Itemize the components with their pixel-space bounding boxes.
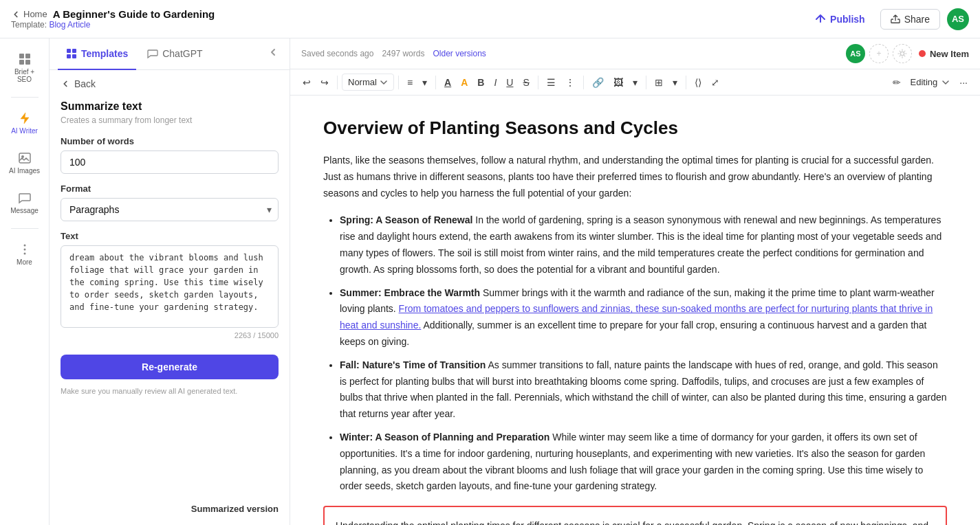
editor-meta: Saved seconds ago 2497 words Older versi… — [301, 49, 486, 58]
image-insert-button[interactable]: 🖼 — [609, 74, 627, 91]
doc-intro: Plants, like the seasons themselves, fol… — [323, 153, 947, 201]
table-button[interactable]: ⊞ — [651, 74, 667, 91]
svg-rect-0 — [19, 54, 24, 58]
back-button[interactable]: Back — [50, 70, 290, 98]
words-group: Number of words — [61, 136, 279, 174]
svg-point-13 — [900, 52, 904, 55]
svg-rect-3 — [25, 60, 30, 65]
svg-rect-9 — [67, 49, 71, 53]
format-select[interactable]: Paragraphs Bullet Points Numbered List — [61, 198, 279, 221]
settings-icon — [897, 49, 907, 58]
strikethrough-button[interactable]: S — [519, 74, 533, 91]
ai-disclaimer: Make sure you manually review all AI gen… — [61, 386, 279, 396]
bullet-spring: Spring: A Season of Renewal In the world… — [340, 212, 947, 278]
toolbar-divider-2 — [398, 76, 399, 89]
back-home-link[interactable]: Home — [11, 9, 47, 19]
summarized-box: Understanding the optimal planting times… — [323, 506, 947, 525]
bullet-summer: Summer: Embrace the Warmth Summer brings… — [340, 285, 947, 350]
topbar-right: Publish Share AS — [807, 8, 969, 30]
char-count: 2263 / 15000 — [61, 331, 279, 339]
words-label: Number of words — [61, 136, 279, 146]
sidebar-divider-1 — [11, 97, 39, 98]
image-icon — [18, 151, 32, 165]
svg-point-8 — [23, 253, 25, 255]
numbered-list-button[interactable]: ⋮ — [561, 74, 579, 91]
svg-rect-12 — [72, 54, 76, 58]
template-link[interactable]: Blog Article — [49, 20, 90, 30]
toolbar-divider-7 — [686, 76, 686, 89]
saved-status: Saved seconds ago — [301, 49, 373, 58]
publish-button[interactable]: Publish — [807, 10, 873, 29]
editor-avatar-ghost-1: + — [869, 44, 889, 63]
bullet-spring-label: Spring: A Season of Renewal — [340, 214, 472, 225]
italic-button[interactable]: I — [490, 74, 501, 91]
sidebar-label-message: Message — [10, 207, 39, 214]
editor-avatar-ghost-2 — [893, 44, 912, 63]
words-input[interactable] — [61, 150, 279, 174]
sidebar-item-ai-images[interactable]: AI Images — [4, 146, 45, 180]
sidebar-label-more: More — [17, 258, 32, 266]
share-icon — [891, 14, 900, 24]
highlight-button[interactable]: A — [457, 74, 472, 91]
older-versions-link[interactable]: Older versions — [433, 49, 486, 58]
summarized-version-label: Summarized version — [61, 498, 279, 520]
ai-tools-button[interactable]: ⟨⟩ — [690, 74, 706, 91]
expand-button[interactable]: ⤢ — [707, 74, 723, 91]
bullet-fall: Fall: Nature's Time of Transition As sum… — [340, 357, 947, 423]
underline-button[interactable]: U — [502, 74, 517, 91]
panel-tabs: Templates ChatGPT — [50, 38, 290, 70]
bullet-winter-label: Winter: A Season of Planning and Prepara… — [340, 432, 549, 443]
sidebar-item-more[interactable]: More — [4, 237, 45, 271]
doc-bullet-list: Spring: A Season of Renewal In the world… — [323, 212, 947, 495]
redo-button[interactable]: ↪ — [316, 74, 333, 91]
tab-templates[interactable]: Templates — [58, 38, 136, 70]
lightning-icon — [18, 111, 32, 125]
summarized-version-label-container: Summarized version — [50, 493, 290, 525]
dots-icon — [18, 243, 32, 256]
sidebar-divider-2 — [11, 228, 39, 229]
back-arrow-icon — [61, 79, 70, 89]
new-item-badge: New Item — [919, 49, 969, 59]
bullet-winter: Winter: A Season of Planning and Prepara… — [340, 429, 947, 495]
sidebar-item-brief-seo[interactable]: Brief + SEO — [4, 47, 45, 89]
toolbar-divider-5 — [583, 76, 584, 89]
panel-section-title: Summarize text — [61, 100, 279, 113]
sidebar-item-message[interactable]: Message — [4, 186, 45, 220]
svg-point-7 — [23, 249, 25, 251]
format-style-select[interactable]: Normal — [342, 74, 394, 91]
panel-collapse-button[interactable] — [265, 44, 281, 64]
table-dropdown-button[interactable]: ▾ — [668, 74, 682, 91]
user-avatar[interactable]: AS — [947, 8, 969, 30]
format-label: Format — [61, 183, 279, 194]
toolbar-right: ✏ Editing ··· — [889, 74, 972, 91]
sidebar-item-ai-writer[interactable]: AI Writer — [4, 106, 45, 140]
underline-format-button[interactable]: A — [440, 74, 455, 91]
word-count: 2497 words — [382, 49, 424, 58]
more-options-button[interactable]: ··· — [955, 74, 972, 91]
editor-toolbar: ↩ ↪ Normal ≡ ▾ A A B I U S ☰ ⋮ 🔗 🖼 ▾ — [290, 69, 980, 96]
edit-mode-button[interactable]: ✏ — [889, 74, 905, 91]
grid-icon — [18, 52, 32, 66]
text-textarea[interactable]: dream about the vibrant blooms and lush … — [61, 245, 279, 328]
chevron-left-panel-icon — [268, 47, 279, 58]
bullet-fall-label: Fall: Nature's Time of Transition — [340, 359, 486, 370]
text-group: Text dream about the vibrant blooms and … — [61, 231, 279, 339]
align-dropdown-button[interactable]: ▾ — [418, 74, 431, 91]
share-button[interactable]: Share — [880, 9, 940, 30]
svg-rect-10 — [72, 49, 76, 53]
editing-chevron-icon — [941, 78, 950, 87]
sidebar-label-ai-images: AI Images — [9, 167, 40, 175]
link-button[interactable]: 🔗 — [588, 74, 608, 91]
image-dropdown-button[interactable]: ▾ — [629, 74, 642, 91]
format-group: Format Paragraphs Bullet Points Numbered… — [61, 183, 279, 221]
tab-chatgpt[interactable]: ChatGPT — [139, 38, 210, 70]
toolbar-divider-4 — [538, 76, 538, 89]
text-label: Text — [61, 231, 279, 241]
regenerate-button[interactable]: Re-generate — [61, 355, 279, 379]
undo-button[interactable]: ↩ — [298, 74, 315, 91]
editor-avatars: AS + — [846, 44, 912, 63]
align-button[interactable]: ≡ — [403, 74, 417, 91]
format-chevron-icon — [380, 78, 388, 87]
bullet-list-button[interactable]: ☰ — [543, 74, 560, 91]
bold-button[interactable]: B — [473, 74, 488, 91]
